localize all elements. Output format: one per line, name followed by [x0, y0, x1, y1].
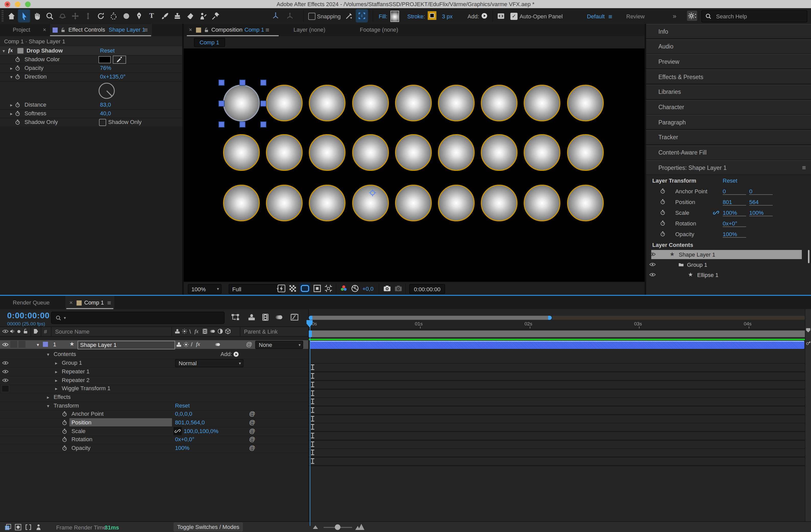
- snapshot-icon[interactable]: [383, 284, 392, 293]
- puppet-pin-tool[interactable]: [209, 9, 221, 22]
- shape-ellipse[interactable]: [309, 134, 346, 171]
- stopwatch-icon[interactable]: [61, 411, 68, 417]
- param-value[interactable]: 40,0: [100, 110, 111, 116]
- shape-ellipse[interactable]: [352, 84, 389, 121]
- link-icon[interactable]: [713, 209, 720, 216]
- timeline-row-position[interactable]: Position801,0,564,0@: [0, 418, 308, 427]
- stopwatch-icon[interactable]: [659, 231, 666, 237]
- panel-header-audio[interactable]: Audio: [646, 39, 811, 54]
- comp-viewer-tab[interactable]: Comp 1: [194, 38, 225, 47]
- property-label[interactable]: Opacity: [72, 445, 91, 451]
- hide-shy-layers-icon[interactable]: [247, 313, 256, 322]
- timeline-zoom-knob[interactable]: [335, 525, 340, 530]
- shape-ellipse[interactable]: [266, 84, 303, 121]
- expand-icon[interactable]: ▸: [55, 386, 60, 391]
- search-help-input[interactable]: [715, 13, 799, 20]
- stopwatch-icon[interactable]: [14, 56, 21, 63]
- shape-ellipse[interactable]: [309, 184, 346, 221]
- shape-ellipse[interactable]: [395, 184, 432, 221]
- property-label[interactable]: Contents: [53, 351, 76, 357]
- in-point-ibeam-icon[interactable]: [310, 407, 315, 413]
- parent-pickwhip-icon[interactable]: @: [246, 341, 252, 348]
- shape-ellipse[interactable]: [481, 134, 518, 171]
- parent-dropdown[interactable]: None▾: [255, 341, 303, 349]
- property-label[interactable]: Anchor Point: [72, 411, 104, 417]
- panel-header-content-aware-fill[interactable]: Content-Aware Fill: [646, 145, 811, 160]
- work-area-bar[interactable]: [309, 330, 806, 337]
- transparency-grid-icon[interactable]: [288, 284, 297, 293]
- stroke-width-value[interactable]: 3 px: [442, 13, 453, 19]
- in-point-ibeam-icon[interactable]: [310, 458, 315, 464]
- shape-ellipse-selected[interactable]: [223, 84, 260, 121]
- param-value[interactable]: 83,0: [100, 101, 111, 108]
- panel-menu-icon[interactable]: ≡: [802, 164, 806, 171]
- selection-handle[interactable]: [260, 121, 266, 127]
- add-play-icon[interactable]: [233, 351, 239, 358]
- snapping-checkbox[interactable]: [308, 13, 316, 20]
- effect-header-row[interactable]: ▾ fx Drop Shadow Reset: [0, 46, 182, 56]
- in-point-ibeam-icon[interactable]: [310, 449, 315, 455]
- panel-header-effects-presets[interactable]: Effects & Presets: [646, 69, 811, 85]
- stopwatch-icon[interactable]: [14, 101, 21, 108]
- panel-header-libraries[interactable]: Libraries: [646, 85, 811, 100]
- timeline-row-anchor-point[interactable]: Anchor Point0,0,0,0@: [0, 410, 308, 419]
- selection-handle[interactable]: [239, 80, 245, 86]
- motion-blur-icon[interactable]: [275, 313, 284, 322]
- shape-ellipse[interactable]: [481, 184, 518, 221]
- workspace-review[interactable]: Review: [626, 13, 645, 19]
- shape-ellipse[interactable]: [524, 134, 561, 171]
- shape-ellipse[interactable]: [524, 184, 561, 221]
- workspace-menu-icon[interactable]: ≡: [608, 13, 612, 20]
- collapse-switch-icon[interactable]: [183, 341, 189, 348]
- eraser-tool[interactable]: [184, 9, 196, 22]
- in-point-ibeam-icon[interactable]: [310, 441, 315, 447]
- motion-blur-switch-icon[interactable]: [214, 341, 221, 348]
- in-point-ibeam-icon[interactable]: [310, 381, 315, 388]
- stopwatch-icon[interactable]: [61, 428, 68, 435]
- timeline-row-repeater-1[interactable]: ▸Repeater 1: [0, 367, 308, 376]
- timeline-row-contents[interactable]: ▾ContentsAdd:: [0, 350, 308, 359]
- hand-tool[interactable]: [31, 9, 43, 22]
- transform-value-field[interactable]: 0x+0°: [723, 220, 746, 227]
- stopwatch-icon[interactable]: [659, 209, 666, 216]
- tab-composition-label[interactable]: Composition: [211, 27, 242, 33]
- timeline-row-scale[interactable]: Scale100,0,100,0%@: [0, 427, 308, 436]
- eye-icon[interactable]: [649, 251, 656, 257]
- effect-name[interactable]: Drop Shadow: [27, 47, 63, 53]
- tab-render-queue[interactable]: Render Queue: [13, 299, 49, 306]
- workspace-settings-button[interactable]: [687, 11, 697, 21]
- quality-switch-icon[interactable]: /: [191, 341, 193, 347]
- mask-visibility-button[interactable]: [300, 283, 310, 294]
- shape-ellipse[interactable]: [395, 84, 432, 121]
- property-label[interactable]: Scale: [72, 428, 86, 434]
- pen-tool[interactable]: [133, 9, 145, 22]
- home-tool[interactable]: [5, 9, 17, 22]
- selection-handle[interactable]: [218, 80, 224, 86]
- transform-value-field[interactable]: 801: [723, 199, 746, 206]
- panel-header-tracker[interactable]: Tracker: [646, 130, 811, 145]
- auto-open-panel-checkbox[interactable]: ✓: [510, 13, 518, 20]
- comp-viewer[interactable]: [184, 48, 645, 282]
- ellipse-tool[interactable]: [120, 9, 132, 22]
- workspace-default[interactable]: Default: [587, 13, 605, 19]
- in-point-ibeam-icon[interactable]: [310, 398, 315, 405]
- panel-header-preview[interactable]: Preview: [646, 54, 811, 69]
- close-project-tab-icon[interactable]: ×: [43, 27, 46, 33]
- in-point-ibeam-icon[interactable]: [310, 416, 315, 422]
- expand-icon[interactable]: ▸: [55, 361, 60, 366]
- in-point-ibeam-icon[interactable]: [310, 433, 315, 439]
- pickwhip-icon[interactable]: @: [249, 444, 255, 451]
- in-point-ibeam-icon[interactable]: [310, 364, 315, 370]
- empty-switch-cell[interactable]: [1, 385, 9, 392]
- selection-handle[interactable]: [218, 121, 224, 127]
- frame-blending-icon[interactable]: [261, 313, 270, 322]
- rotation-tool[interactable]: [94, 9, 107, 22]
- eye-icon[interactable]: [2, 368, 9, 375]
- timeline-row-opacity[interactable]: Opacity100%@: [0, 444, 308, 453]
- stopwatch-icon[interactable]: [61, 419, 68, 426]
- zoom-out-icon[interactable]: [312, 525, 319, 530]
- property-value[interactable]: 0,0,0,0: [175, 411, 192, 417]
- clone-stamp-tool[interactable]: [171, 9, 183, 22]
- layer-label-color[interactable]: [43, 342, 48, 347]
- stopwatch-icon[interactable]: [14, 74, 21, 80]
